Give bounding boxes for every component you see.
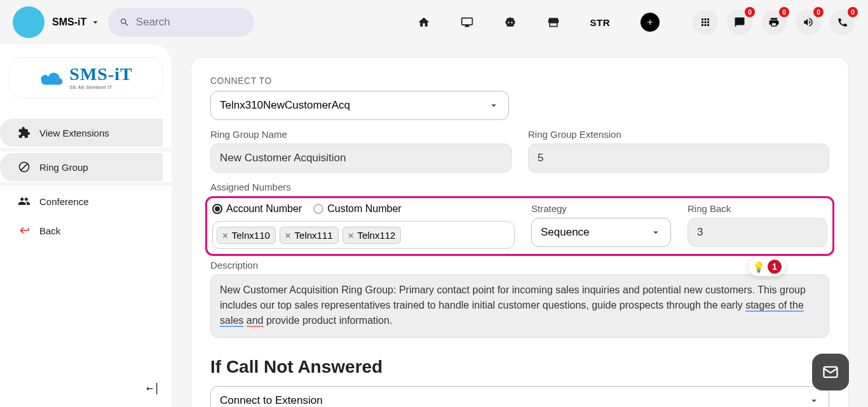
desc-text: New Customer Acquisition Ring Group: Pri… <box>220 284 806 310</box>
apps-button[interactable] <box>693 10 718 35</box>
floating-widgets: 💡 1 <box>812 354 849 390</box>
radio-custom-number[interactable]: Custom Number <box>313 203 401 215</box>
description-label: Description <box>210 260 829 270</box>
logo-subtitle: SE-Mi Sentient iT <box>69 84 132 90</box>
sidebar-item-view-extensions[interactable]: View Extensions <box>0 119 163 147</box>
assigned-numbers-label: Assigned Numbers <box>210 182 829 192</box>
brand-label: SMS-iT <box>52 17 86 28</box>
connect-to-select[interactable]: Telnx310NewCustomerAcq <box>210 91 509 120</box>
ring-back-label: Ring Back <box>688 203 827 214</box>
print-badge: 0 <box>779 7 789 17</box>
strategy-value: Sequence <box>541 226 590 239</box>
ring-group-form-card: CONNECT TO Telnx310NewCustomerAcq Ring G… <box>191 57 849 407</box>
desktop-icon[interactable] <box>461 16 473 29</box>
ring-group-name-input[interactable] <box>210 143 512 173</box>
chip-label: Telnx112 <box>357 230 395 241</box>
chat-button[interactable]: 0 <box>727 10 752 35</box>
chip-remove-icon[interactable]: × <box>222 230 228 241</box>
chevron-down-icon <box>650 227 661 238</box>
suggestion-widget[interactable]: 💡 1 <box>749 257 785 276</box>
spellcheck-red: and <box>247 315 264 327</box>
radio-label: Custom Number <box>327 203 401 215</box>
chat-icon <box>734 17 745 28</box>
chip: ×Telnx112 <box>342 227 402 244</box>
mail-fab-button[interactable] <box>812 354 849 390</box>
announce-badge: 0 <box>813 7 824 17</box>
lightbulb-icon: 💡 <box>752 261 765 273</box>
sidebar-item-label: View Extensions <box>39 128 109 138</box>
header-right-icons: 0 0 0 0 <box>693 10 855 35</box>
phone-icon <box>837 17 848 28</box>
str-label[interactable]: STR <box>590 17 611 28</box>
sidebar-item-label: Ring Group <box>39 162 88 173</box>
megaphone-icon <box>803 17 814 28</box>
circle-slash-icon <box>18 161 31 173</box>
chip-label: Telnx110 <box>232 230 270 241</box>
strategy-select[interactable]: Sequence <box>531 218 671 247</box>
puzzle-icon <box>18 126 31 139</box>
logo-card[interactable]: SMS-iT SE-Mi Sentient iT <box>9 57 163 98</box>
scrollbar[interactable] <box>854 0 867 363</box>
mail-icon <box>822 363 839 381</box>
chevron-down-icon <box>488 100 499 111</box>
chevron-down-icon <box>90 17 100 27</box>
home-icon[interactable] <box>417 16 430 29</box>
ring-group-ext-input[interactable] <box>528 143 829 173</box>
avatar[interactable] <box>13 6 44 38</box>
ring-back-input[interactable] <box>688 218 827 247</box>
radio-dot-icon <box>313 204 323 214</box>
top-nav-icons: STR <box>417 13 660 32</box>
add-button[interactable] <box>641 13 660 32</box>
phone-button[interactable]: 0 <box>830 10 855 35</box>
chip-remove-icon[interactable]: × <box>285 230 291 241</box>
announce-button[interactable]: 0 <box>796 10 821 35</box>
if-not-answered-heading: If Call Not Answered <box>210 357 829 377</box>
logo-text: SMS-iT <box>69 65 132 83</box>
sidebar-item-label: Conference <box>39 196 89 207</box>
sidebar-item-conference[interactable]: Conference <box>0 187 163 215</box>
sidebar-item-back[interactable]: Back <box>0 217 163 244</box>
apps-icon <box>700 17 711 28</box>
search-field[interactable] <box>108 8 254 37</box>
suggestion-count: 1 <box>768 260 782 274</box>
sidebar: SMS-iT SE-Mi Sentient iT View Extensions… <box>0 44 172 407</box>
search-input[interactable] <box>136 16 243 29</box>
printer-icon <box>768 17 780 28</box>
strategy-label: Strategy <box>531 203 671 214</box>
sidebar-item-label: Back <box>39 225 60 236</box>
desc-text: provide product information. <box>264 315 393 326</box>
ring-group-name-label: Ring Group Name <box>210 129 512 140</box>
sidebar-item-ring-group[interactable]: Ring Group <box>0 153 163 181</box>
sidebar-nav: View Extensions Ring Group Conference Ba… <box>9 114 163 246</box>
number-type-radio-group: Account Number Custom Number <box>212 203 515 215</box>
chat-badge: 0 <box>745 7 755 17</box>
plus-icon <box>646 18 654 27</box>
highlighted-section: Account Number Custom Number ×Telnx110 ×… <box>205 196 834 256</box>
search-icon <box>119 17 130 28</box>
topbar: SMS-iT STR 0 0 0 <box>0 0 868 44</box>
connect-to-label: CONNECT TO <box>210 76 829 86</box>
storefront-icon[interactable] <box>547 16 560 29</box>
chip-label: Telnx111 <box>295 230 333 241</box>
chevron-down-icon <box>808 395 820 406</box>
back-arrow-icon <box>18 224 31 237</box>
collapse-sidebar-button[interactable]: ←| <box>146 381 160 394</box>
brand-dropdown[interactable]: SMS-iT <box>52 17 100 28</box>
radio-dot-icon <box>212 204 222 214</box>
radio-label: Account Number <box>226 203 302 215</box>
chip-remove-icon[interactable]: × <box>348 230 354 241</box>
content-area: CONNECT TO Telnx310NewCustomerAcq Ring G… <box>172 44 868 407</box>
print-button[interactable]: 0 <box>761 10 787 35</box>
radio-account-number[interactable]: Account Number <box>212 203 302 215</box>
robot-icon[interactable] <box>504 16 517 29</box>
description-textarea[interactable]: New Customer Acquisition Ring Group: Pri… <box>210 274 829 338</box>
chip: ×Telnx111 <box>280 227 339 244</box>
if-not-answered-select[interactable]: Connect to Extension <box>210 386 829 407</box>
connect-to-value: Telnx310NewCustomerAcq <box>220 99 350 112</box>
ring-group-ext-label: Ring Group Extension <box>528 129 829 140</box>
chip: ×Telnx110 <box>217 227 276 244</box>
assigned-numbers-input[interactable]: ×Telnx110 ×Telnx111 ×Telnx112 <box>212 221 515 249</box>
cloud-icon <box>39 69 65 87</box>
users-icon <box>18 195 31 208</box>
if-not-answered-value: Connect to Extension <box>220 394 323 407</box>
